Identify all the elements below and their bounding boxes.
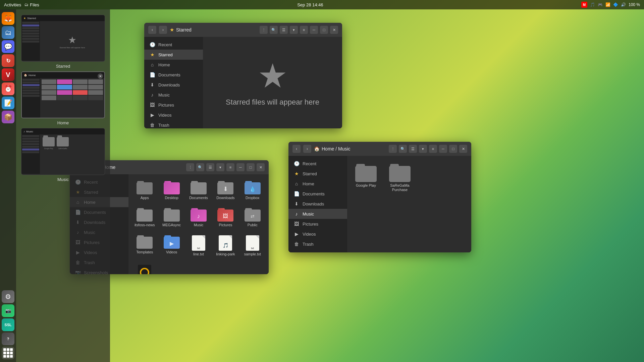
home-view-btn[interactable]: ☰	[206, 163, 214, 171]
thumb-home-label: Home	[57, 120, 69, 125]
documents-folder-label: Documents	[189, 196, 208, 200]
music-details-btn[interactable]: ≡	[429, 145, 437, 153]
dock-files[interactable]: 🗂	[2, 26, 14, 39]
home-maximize-btn[interactable]: □	[247, 163, 255, 171]
file-sample-txt[interactable]: txt sample.txt	[240, 233, 265, 259]
home-view-down-btn[interactable]: ▾	[216, 163, 224, 171]
home-minimize-btn[interactable]: ─	[236, 163, 245, 171]
music-menu-btn[interactable]: ⋮	[389, 145, 397, 153]
music-nav-music[interactable]: ♪ Music	[288, 209, 347, 219]
dock-software[interactable]: 📦	[2, 111, 14, 123]
dropbox-folder-icon: 💧	[245, 181, 261, 194]
folder-downloads[interactable]: ⬇ Downloads	[213, 178, 237, 203]
music-forward-button[interactable]: ›	[303, 145, 311, 153]
file-wp-json[interactable]: wp_ghost_export.json	[132, 262, 157, 274]
dock-update[interactable]: ↻	[2, 54, 14, 67]
nav-recent-label: Recent	[158, 42, 172, 47]
nav-home[interactable]: ⌂ Home	[144, 60, 203, 70]
home-details-btn[interactable]: ≡	[226, 163, 234, 171]
desktop-folder-icon	[164, 181, 180, 194]
dock-discord[interactable]: 💬	[2, 40, 14, 53]
back-button[interactable]: ‹	[148, 26, 156, 34]
folder-videos[interactable]: ▶ Videos	[159, 233, 183, 259]
music-nav-recent[interactable]: 🕐 Recent	[288, 159, 347, 169]
notification-icon[interactable]: M	[581, 2, 587, 8]
music-window-title: 🏠 Home / Music	[314, 146, 386, 152]
view-details-button[interactable]: ≡	[300, 26, 308, 34]
dock-vivaldi[interactable]: V	[2, 68, 14, 81]
nav-documents[interactable]: 📄 Documents	[144, 70, 203, 80]
dock-apps-grid[interactable]	[2, 347, 14, 359]
folder-itsfoss[interactable]: itsfoss-news	[132, 205, 157, 230]
thumb-home[interactable]: ✕ 🏠 Home	[20, 71, 106, 125]
music-close-btn[interactable]: ✕	[459, 145, 467, 153]
music-nav-home[interactable]: ⌂ Home	[288, 179, 347, 189]
nav-recent[interactable]: 🕐 Recent	[144, 40, 203, 50]
folder-pictures[interactable]: 🖼 Pictures	[213, 205, 237, 230]
dock-alarm[interactable]: ⏰	[2, 82, 14, 95]
nav-pictures-label: Pictures	[158, 103, 174, 108]
music-nav-screenshots[interactable]: 📷 Screenshots	[288, 249, 347, 252]
folder-documents[interactable]: Documents	[186, 178, 211, 203]
nav-videos[interactable]: ▶ Videos	[144, 110, 203, 120]
home-files-grid: Apps Desktop Documents	[128, 174, 269, 274]
music-nav-starred[interactable]: ★ Starred	[288, 169, 347, 179]
documents-icon: 📄	[150, 72, 155, 77]
file-line-txt[interactable]: txt line.txt	[186, 233, 211, 259]
templates-folder-label: Templates	[136, 250, 153, 254]
home-close-btn[interactable]: ✕	[257, 163, 265, 171]
nav-music[interactable]: ♪ Music	[144, 90, 203, 100]
file-linking-park[interactable]: 🎵 linking-park	[213, 233, 237, 259]
network-icon: 📶	[605, 2, 610, 7]
folder-desktop[interactable]: Desktop	[159, 178, 183, 203]
folder-music[interactable]: ♪ Music	[186, 205, 211, 230]
dock-ssl[interactable]: SSL	[2, 318, 14, 331]
folder-public[interactable]: ⇄ Public	[240, 205, 265, 230]
music-search-btn[interactable]: 🔍	[399, 145, 407, 153]
dock-screenshot[interactable]: 📷	[2, 304, 14, 317]
dock-settings[interactable]: ⚙	[2, 290, 14, 303]
menu-button[interactable]: ⋮	[260, 26, 268, 34]
videos-folder-icon: ▶	[164, 235, 180, 249]
search-button[interactable]: 🔍	[270, 26, 278, 34]
dock-firefox[interactable]: 🦊	[2, 12, 14, 25]
folder-google-play[interactable]: Google Play	[353, 161, 379, 247]
activities-label[interactable]: Activities	[4, 2, 21, 7]
music-view-btn[interactable]: ☰	[409, 145, 417, 153]
folder-apps[interactable]: Apps	[132, 178, 157, 203]
music-nav-documents[interactable]: 📄 Documents	[288, 189, 347, 199]
close-button[interactable]: ✕	[330, 26, 338, 34]
nav-pictures[interactable]: 🖼 Pictures	[144, 100, 203, 110]
music-back-button[interactable]: ‹	[292, 145, 301, 153]
topbar-left: Activities 🗂 Files	[4, 2, 39, 7]
minimize-button[interactable]: ─	[310, 26, 318, 34]
music-nav-trash[interactable]: 🗑 Trash	[288, 239, 347, 249]
view-list-button[interactable]: ☰	[280, 26, 288, 34]
nav-starred[interactable]: ★ Starred	[144, 50, 203, 60]
thumbnails-panel: ★ Starred ★ Starred files will appear he…	[16, 9, 110, 362]
music-nav-pictures[interactable]: 🖼 Pictures	[288, 219, 347, 229]
folder-dropbox[interactable]: 💧 Dropbox	[240, 178, 265, 203]
music-nav-downloads[interactable]: ⬇ Downloads	[288, 199, 347, 209]
music-maximize-btn[interactable]: □	[449, 145, 457, 153]
m-ss-icon: 📷	[294, 251, 299, 252]
system-icon-2: 🎮	[598, 2, 603, 7]
nav-downloads[interactable]: ⬇ Downloads	[144, 80, 203, 90]
nav-trash[interactable]: 🗑 Trash	[144, 120, 203, 128]
maximize-button[interactable]: □	[320, 26, 328, 34]
music-view-down-btn[interactable]: ▾	[419, 145, 427, 153]
dock-unknown[interactable]: ?	[2, 333, 14, 345]
dock-notes[interactable]: 📝	[2, 97, 14, 109]
thumb-starred[interactable]: ★ Starred ★ Starred files will appear he…	[20, 15, 106, 69]
home-search-btn[interactable]: 🔍	[196, 163, 204, 171]
folder-saregama[interactable]: SaReGaMa Purchase	[385, 161, 415, 247]
view-dropdown-button[interactable]: ▾	[290, 26, 298, 34]
home-menu-btn[interactable]: ⋮	[186, 163, 194, 171]
folder-mega[interactable]: MEGAsync	[159, 205, 183, 230]
forward-button[interactable]: ›	[159, 26, 167, 34]
thumb-close-button[interactable]: ✕	[98, 73, 103, 79]
thumb-music[interactable]: ♪ Music Go	[20, 128, 106, 182]
music-nav-videos[interactable]: ▶ Videos	[288, 229, 347, 239]
music-minimize-btn[interactable]: ─	[439, 145, 447, 153]
folder-templates[interactable]: Templates	[132, 233, 157, 259]
